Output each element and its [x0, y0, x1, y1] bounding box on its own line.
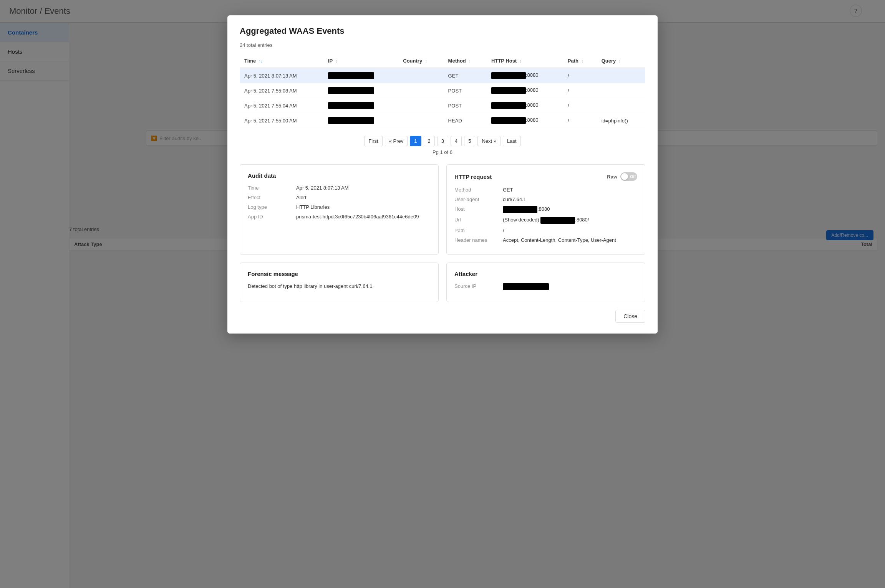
table-row[interactable]: Apr 5, 2021 7:55:00 AM HEAD :8080 / id=p…	[240, 113, 645, 128]
time-sort-icon: ↑↓	[259, 59, 263, 63]
audit-time-label: Time	[248, 185, 290, 191]
audit-logtype-row: Log type HTTP Libraries	[248, 204, 431, 210]
audit-appid-row: App ID prisma-test-httpd:3c0f65c7230b4f0…	[248, 214, 431, 220]
audit-appid-label: App ID	[248, 214, 290, 220]
page-info: Pg 1 of 6	[240, 149, 645, 155]
cell-query	[597, 83, 645, 98]
prev-page-button[interactable]: « Prev	[385, 136, 408, 146]
audit-logtype-label: Log type	[248, 204, 290, 210]
redacted-host	[491, 87, 526, 94]
http-method-value: GET	[503, 187, 513, 193]
cell-method: POST	[444, 83, 487, 98]
audit-effect-row: Effect Alert	[248, 195, 431, 200]
http-url-label: Url	[454, 217, 497, 223]
http-method-label: Method	[454, 187, 497, 193]
redacted-source-ip	[503, 283, 549, 290]
cell-time: Apr 5, 2021 8:07:13 AM	[240, 68, 323, 83]
http-headers-value: Accept, Content-Length, Content-Type, Us…	[503, 237, 616, 243]
page-4-button[interactable]: 4	[451, 136, 462, 146]
last-page-button[interactable]: Last	[503, 136, 521, 146]
http-host-value: :8080	[503, 206, 550, 213]
table-row[interactable]: Apr 5, 2021 8:07:13 AM GET :8080 /	[240, 68, 645, 83]
raw-toggle-group: Raw Off	[607, 172, 637, 181]
col-ip[interactable]: IP ↕	[323, 54, 398, 68]
forensic-text: Detected bot of type http library in use…	[248, 283, 431, 289]
query-sort-icon: ↕	[619, 59, 621, 63]
http-headers-label: Header names	[454, 237, 497, 243]
cell-country	[398, 113, 443, 128]
cell-time: Apr 5, 2021 7:55:08 AM	[240, 83, 323, 98]
cell-http-host: :8080	[487, 83, 563, 98]
audit-time-row: Time Apr 5, 2021 8:07:13 AM	[248, 185, 431, 191]
audit-effect-label: Effect	[248, 195, 290, 200]
cell-http-host: :8080	[487, 68, 563, 83]
http-request-card: HTTP request Raw Off Method GET User-age…	[446, 164, 645, 255]
attacker-card: Attacker Source IP	[446, 263, 645, 302]
http-useragent-value: curl/7.64.1	[503, 197, 526, 202]
country-sort-icon: ↕	[425, 59, 427, 63]
toggle-knob	[621, 173, 628, 180]
raw-label: Raw	[607, 174, 617, 180]
redacted-host	[491, 102, 526, 109]
toggle-off-text: Off	[630, 175, 636, 179]
http-request-title: HTTP request Raw Off	[454, 172, 637, 181]
first-page-button[interactable]: First	[364, 136, 382, 146]
redacted-ip	[328, 72, 374, 79]
show-decoded-link[interactable]: (Show decoded)	[503, 217, 539, 223]
attacker-title: Attacker	[454, 271, 637, 277]
col-query[interactable]: Query ↕	[597, 54, 645, 68]
http-useragent-row: User-agent curl/7.64.1	[454, 197, 637, 202]
http-host-sort-icon: ↕	[520, 59, 522, 63]
cell-time: Apr 5, 2021 7:55:04 AM	[240, 98, 323, 113]
cell-path: /	[563, 83, 597, 98]
redacted-host	[491, 72, 526, 79]
cell-ip	[323, 68, 398, 83]
table-row[interactable]: Apr 5, 2021 7:55:04 AM POST :8080 /	[240, 98, 645, 113]
col-time[interactable]: Time ↑↓	[240, 54, 323, 68]
table-header: Time ↑↓ IP ↕ Country ↕ Method ↕	[240, 54, 645, 68]
cell-country	[398, 68, 443, 83]
http-useragent-label: User-agent	[454, 197, 497, 202]
method-sort-icon: ↕	[469, 59, 471, 63]
http-url-value: (Show decoded) :8080/	[503, 217, 589, 224]
cell-country	[398, 83, 443, 98]
redacted-host	[491, 117, 526, 124]
next-page-button[interactable]: Next »	[477, 136, 501, 146]
audit-data-title: Audit data	[248, 172, 431, 179]
page-5-button[interactable]: 5	[464, 136, 475, 146]
redacted-host-value	[503, 206, 537, 213]
page-1-button[interactable]: 1	[410, 136, 421, 146]
detail-grid: Audit data Time Apr 5, 2021 8:07:13 AM E…	[240, 164, 645, 302]
http-method-row: Method GET	[454, 187, 637, 193]
audit-effect-value: Alert	[296, 195, 307, 200]
close-button[interactable]: Close	[615, 310, 645, 323]
cell-path: /	[563, 98, 597, 113]
table-row[interactable]: Apr 5, 2021 7:55:08 AM POST :8080 /	[240, 83, 645, 98]
cell-country	[398, 98, 443, 113]
page-3-button[interactable]: 3	[437, 136, 448, 146]
pagination: First « Prev 1 2 3 4 5 Next » Last	[240, 136, 645, 146]
http-headers-row: Header names Accept, Content-Length, Con…	[454, 237, 637, 243]
cell-http-host: :8080	[487, 98, 563, 113]
cell-http-host: :8080	[487, 113, 563, 128]
cell-path: /	[563, 113, 597, 128]
col-http-host[interactable]: HTTP Host ↕	[487, 54, 563, 68]
raw-toggle[interactable]: Off	[620, 172, 637, 181]
cell-method: POST	[444, 98, 487, 113]
page-2-button[interactable]: 2	[424, 136, 435, 146]
col-method[interactable]: Method ↕	[444, 54, 487, 68]
source-ip-row: Source IP	[454, 283, 637, 290]
cell-path: /	[563, 68, 597, 83]
modal-title: Aggregated WAAS Events	[240, 26, 645, 36]
modal-footer: Close	[240, 310, 645, 323]
cell-ip	[323, 113, 398, 128]
http-path-row: Path /	[454, 228, 637, 233]
modal-dialog: Aggregated WAAS Events 24 total entries …	[227, 15, 658, 334]
col-path[interactable]: Path ↕	[563, 54, 597, 68]
redacted-ip	[328, 102, 374, 109]
table-body: Apr 5, 2021 8:07:13 AM GET :8080 / Apr 5…	[240, 68, 645, 128]
cell-time: Apr 5, 2021 7:55:00 AM	[240, 113, 323, 128]
http-host-row: Host :8080	[454, 206, 637, 213]
col-country[interactable]: Country ↕	[398, 54, 443, 68]
redacted-ip	[328, 117, 374, 124]
